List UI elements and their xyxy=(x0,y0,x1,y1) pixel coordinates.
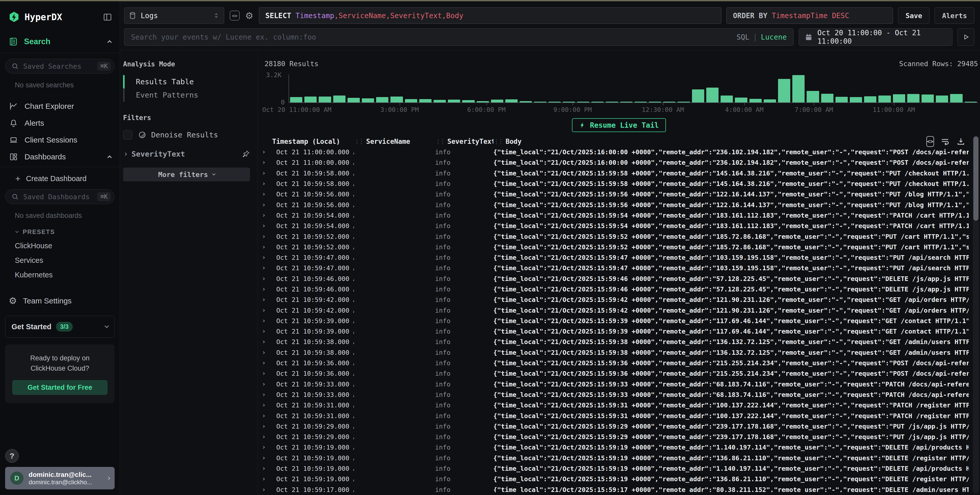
table-row[interactable]: Oct 21 10:59:52.000 AMinfo{"time_local":… xyxy=(261,242,980,252)
row-expand-icon[interactable] xyxy=(261,278,272,280)
sidebar-item-chart-explorer[interactable]: Chart Explorer xyxy=(0,98,120,115)
sidebar-item-search[interactable]: Search xyxy=(0,37,120,53)
table-row[interactable]: Oct 21 10:59:58.000 AMinfo{"time_local":… xyxy=(261,178,980,189)
histogram-bars[interactable] xyxy=(288,74,978,103)
table-row[interactable]: Oct 21 10:59:47.000 AMinfo{"time_local":… xyxy=(261,263,980,273)
get-started-dropdown[interactable]: Get Started 3/3 xyxy=(5,316,115,337)
row-expand-icon[interactable] xyxy=(261,320,272,322)
row-expand-icon[interactable] xyxy=(261,425,272,428)
row-expand-icon[interactable] xyxy=(261,467,272,470)
table-row[interactable]: Oct 21 10:59:29.000 AMinfo{"time_local":… xyxy=(261,432,980,442)
row-expand-icon[interactable] xyxy=(261,204,272,206)
table-row[interactable]: Oct 21 10:59:33.000 AMinfo{"time_local":… xyxy=(261,390,980,400)
tab-results-table[interactable]: Results Table xyxy=(123,75,250,88)
column-header-severitytext[interactable]: SeverityText xyxy=(435,138,493,145)
row-expand-icon[interactable] xyxy=(261,372,272,375)
preset-item[interactable]: Kubernetes xyxy=(15,271,120,279)
tab-event-patterns[interactable]: Event Patterns xyxy=(123,88,250,102)
table-row[interactable]: Oct 21 10:59:19.000 AMinfo{"time_local":… xyxy=(261,463,980,474)
table-row[interactable]: Oct 21 10:59:19.000 AMinfo{"time_local":… xyxy=(261,442,980,453)
preset-item[interactable]: ClickHouse xyxy=(15,242,120,250)
row-expand-icon[interactable] xyxy=(261,341,272,343)
row-expand-icon[interactable] xyxy=(261,393,272,396)
scrollbar-thumb[interactable] xyxy=(974,136,978,221)
row-expand-icon[interactable] xyxy=(261,267,272,269)
row-expand-icon[interactable] xyxy=(261,246,272,248)
code-mode-icon[interactable]: <> xyxy=(230,11,240,21)
wrap-text-icon[interactable] xyxy=(940,137,950,146)
row-expand-icon[interactable] xyxy=(261,457,272,459)
table-row[interactable]: Oct 21 10:59:39.000 AMinfo{"time_local":… xyxy=(261,326,980,337)
help-button[interactable]: ? xyxy=(5,449,19,463)
download-icon[interactable] xyxy=(956,137,966,146)
table-row[interactable]: Oct 21 10:59:46.000 AMinfo{"time_local":… xyxy=(261,284,980,294)
table-row[interactable]: Oct 21 10:59:42.000 AMinfo{"time_local":… xyxy=(261,294,980,305)
table-row[interactable]: Oct 21 10:59:31.000 AMinfo{"time_local":… xyxy=(261,400,980,411)
row-expand-icon[interactable] xyxy=(261,236,272,238)
saved-dashboards-input[interactable]: Saved Dashboards ⌘K xyxy=(5,189,115,204)
hyperdx-logo-icon[interactable] xyxy=(8,11,20,23)
sidebar-item-alerts[interactable]: Alerts xyxy=(0,115,120,132)
table-row[interactable]: Oct 21 10:59:17.000 AMinfo{"time_local":… xyxy=(261,484,980,492)
row-expand-icon[interactable] xyxy=(261,288,272,290)
table-row[interactable]: Oct 21 10:59:52.000 AMinfo{"time_local":… xyxy=(261,231,980,242)
code-view-icon[interactable]: <> xyxy=(926,136,934,147)
row-expand-icon[interactable] xyxy=(261,183,272,185)
denoise-checkbox[interactable] xyxy=(123,130,132,140)
table-row[interactable]: Oct 21 10:59:36.000 AMinfo{"time_local":… xyxy=(261,368,980,379)
row-expand-icon[interactable] xyxy=(261,309,272,312)
row-expand-icon[interactable] xyxy=(261,214,272,216)
table-row[interactable]: Oct 21 11:00:00.000 AMinfo{"time_local":… xyxy=(261,158,980,168)
sql-toggle[interactable]: SQL xyxy=(737,33,749,41)
row-expand-icon[interactable] xyxy=(261,415,272,417)
table-row[interactable]: Oct 21 10:59:42.000 AMinfo{"time_local":… xyxy=(261,305,980,315)
table-row[interactable]: Oct 21 10:59:36.000 AMinfo{"time_local":… xyxy=(261,358,980,368)
table-row[interactable]: Oct 21 10:59:38.000 AMinfo{"time_local":… xyxy=(261,337,980,347)
row-expand-icon[interactable] xyxy=(261,362,272,364)
presets-toggle[interactable]: PRESETS xyxy=(16,228,120,236)
column-header-servicename[interactable]: ServiceName xyxy=(354,138,435,145)
table-row[interactable]: Oct 21 10:59:58.000 AMinfo{"time_local":… xyxy=(261,168,980,178)
row-expand-icon[interactable] xyxy=(261,299,272,301)
column-header-body[interactable]: Body xyxy=(493,138,926,145)
row-expand-icon[interactable] xyxy=(261,383,272,385)
row-expand-icon[interactable] xyxy=(261,172,272,175)
source-select[interactable]: Logs xyxy=(124,7,224,24)
save-button[interactable]: Save xyxy=(898,7,929,24)
date-range-picker[interactable]: Oct 20 11:00:00 - Oct 21 11:00:00 xyxy=(799,29,953,46)
order-by-input[interactable]: ORDER BY TimestampTime DESC xyxy=(727,7,893,24)
denoise-results-option[interactable]: Denoise Results xyxy=(123,130,250,140)
run-query-button[interactable] xyxy=(958,29,974,46)
get-started-free-button[interactable]: Get Started for Free xyxy=(12,380,108,395)
row-expand-icon[interactable] xyxy=(261,404,272,406)
table-row[interactable]: Oct 21 10:59:38.000 AMinfo{"time_local":… xyxy=(261,347,980,358)
row-expand-icon[interactable] xyxy=(261,193,272,196)
row-expand-icon[interactable] xyxy=(261,436,272,438)
create-dashboard-button[interactable]: + Create Dashboard xyxy=(15,173,120,184)
chevron-up-icon[interactable] xyxy=(108,40,112,45)
pin-icon[interactable] xyxy=(242,150,250,158)
more-filters-button[interactable]: More filters xyxy=(123,167,250,181)
table-row[interactable]: Oct 21 10:59:56.000 AMinfo{"time_local":… xyxy=(261,199,980,210)
select-columns-input[interactable]: SELECT Timestamp,ServiceName,SeverityTex… xyxy=(259,7,721,24)
column-header-timestamp[interactable]: Timestamp (Local) xyxy=(272,138,354,145)
row-expand-icon[interactable] xyxy=(261,446,272,449)
search-input[interactable]: Search your events w/ Lucene ex. column:… xyxy=(124,29,794,46)
table-row[interactable]: Oct 21 10:59:46.000 AMinfo{"time_local":… xyxy=(261,274,980,284)
row-expand-icon[interactable] xyxy=(261,151,272,153)
row-expand-icon[interactable] xyxy=(261,478,272,480)
table-row[interactable]: Oct 21 10:59:47.000 AMinfo{"time_local":… xyxy=(261,252,980,263)
table-row[interactable]: Oct 21 10:59:54.000 AMinfo{"time_local":… xyxy=(261,221,980,231)
table-row[interactable]: Oct 21 10:59:31.000 AMinfo{"time_local":… xyxy=(261,411,980,421)
table-row[interactable]: Oct 21 10:59:19.000 AMinfo{"time_local":… xyxy=(261,453,980,463)
table-row[interactable]: Oct 21 10:59:39.000 AMinfo{"time_local":… xyxy=(261,316,980,326)
row-expand-icon[interactable] xyxy=(261,330,272,333)
table-row[interactable]: Oct 21 10:59:54.000 AMinfo{"time_local":… xyxy=(261,210,980,221)
preset-item[interactable]: Services xyxy=(15,256,120,264)
user-menu[interactable]: D dominic.tran@clic... dominic.tran@clic… xyxy=(5,467,115,489)
row-expand-icon[interactable] xyxy=(261,256,272,259)
filter-group-severitytext[interactable]: SeverityText xyxy=(123,150,250,158)
resume-live-tail-button[interactable]: Resume Live Tail xyxy=(572,118,666,132)
table-row[interactable]: Oct 21 10:59:19.000 AMinfo{"time_local":… xyxy=(261,474,980,484)
chevron-up-icon[interactable] xyxy=(108,156,112,160)
